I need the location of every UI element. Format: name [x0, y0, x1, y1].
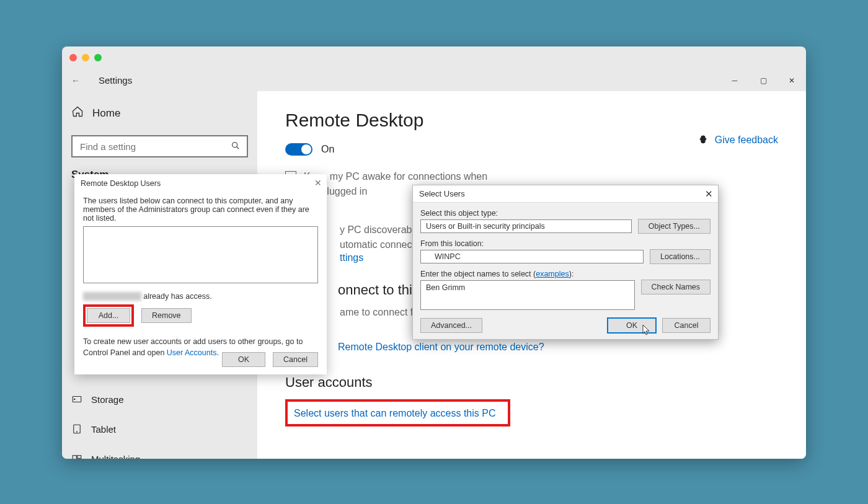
ok-button[interactable]: OK: [222, 352, 265, 367]
ok-button[interactable]: OK: [608, 318, 656, 333]
add-button[interactable]: Add...: [87, 308, 130, 323]
svg-point-0: [232, 142, 237, 147]
highlight-box-add: Add...: [83, 304, 134, 327]
give-feedback-link[interactable]: Give feedback: [698, 135, 778, 146]
cancel-button[interactable]: Cancel: [662, 318, 711, 333]
nav-label: Storage: [91, 394, 124, 405]
minimize-button[interactable]: ─: [720, 69, 749, 91]
mac-close-button[interactable]: [69, 54, 77, 61]
object-names-label: Enter the object names to select (exampl…: [420, 270, 635, 278]
search-box[interactable]: [71, 135, 248, 157]
remote-desktop-users-dialog: Remote Desktop Users ✕ The users listed …: [74, 174, 327, 374]
already-has-access: xxxxxxxxxxxxxxx already has access.: [83, 292, 318, 301]
search-input[interactable]: [79, 141, 231, 153]
svg-point-2: [74, 399, 76, 400]
location-field[interactable]: WINPC: [420, 250, 644, 263]
locations-button[interactable]: Locations...: [650, 249, 711, 264]
sidebar-item-multitasking[interactable]: Multitasking: [71, 444, 248, 459]
close-icon[interactable]: ✕: [314, 178, 322, 188]
close-button[interactable]: ✕: [777, 69, 806, 91]
toggle-switch[interactable]: [285, 143, 312, 156]
home-nav[interactable]: Home: [71, 100, 248, 126]
redacted-username: xxxxxxxxxxxxxxx: [83, 292, 141, 301]
cancel-button[interactable]: Cancel: [273, 352, 318, 367]
mac-maximize-button[interactable]: [94, 54, 102, 61]
svg-rect-5: [73, 456, 76, 459]
user-accounts-heading: User accounts: [285, 374, 778, 391]
object-types-button[interactable]: Object Types...: [638, 219, 711, 234]
maximize-button[interactable]: ▢: [749, 69, 777, 91]
dialog-description: The users listed below can connect to th…: [83, 197, 318, 223]
nav-label: Multitasking: [91, 454, 140, 459]
back-button[interactable]: ←: [71, 76, 80, 86]
home-icon: [71, 105, 84, 121]
dialog-title: Select Users ✕: [413, 185, 718, 203]
mac-window-controls: [69, 54, 102, 61]
object-type-field[interactable]: Users or Built-in security principals: [420, 219, 632, 233]
page-title: Remote Desktop: [285, 110, 778, 131]
nav-label: Tablet: [91, 424, 116, 435]
sidebar-item-tablet[interactable]: Tablet: [71, 414, 248, 444]
examples-link[interactable]: examples: [536, 270, 569, 278]
object-type-label: Select this object type:: [420, 209, 632, 218]
select-users-dialog: Select Users ✕ Select this object type: …: [412, 185, 719, 340]
close-icon[interactable]: ✕: [705, 188, 713, 200]
svg-rect-6: [78, 456, 81, 459]
highlight-box-select-users: Select users that can remotely access th…: [285, 399, 510, 427]
user-list[interactable]: [83, 226, 318, 283]
remove-button[interactable]: Remove: [141, 308, 192, 323]
advanced-button[interactable]: Advanced...: [420, 318, 482, 333]
settings-link[interactable]: ttings: [340, 252, 363, 263]
user-accounts-link[interactable]: User Accounts: [167, 348, 217, 357]
sidebar-item-storage[interactable]: Storage: [71, 384, 248, 414]
window-controls: ─ ▢ ✕: [720, 69, 806, 91]
feedback-label: Give feedback: [715, 135, 778, 146]
check-names-button[interactable]: Check Names: [641, 280, 711, 294]
header-title: Settings: [99, 75, 132, 86]
object-names-input[interactable]: Ben Grimm: [420, 280, 635, 310]
toggle-label: On: [321, 144, 334, 155]
header: ← Settings: [62, 69, 806, 91]
dialog-title: Remote Desktop Users ✕: [74, 174, 327, 193]
select-users-link[interactable]: Select users that can remotely access th…: [294, 408, 495, 418]
home-label: Home: [92, 107, 120, 120]
rdp-client-link[interactable]: Remote Desktop client on your remote dev…: [338, 342, 544, 352]
mac-minimize-button[interactable]: [82, 54, 89, 61]
search-icon: [231, 141, 241, 153]
location-label: From this location:: [420, 239, 644, 248]
svg-point-4: [77, 431, 78, 432]
